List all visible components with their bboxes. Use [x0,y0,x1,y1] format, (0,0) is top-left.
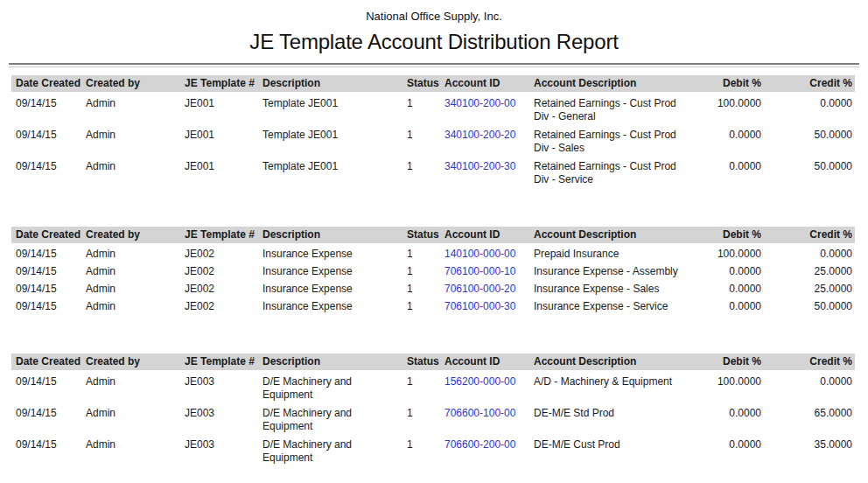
debit-pct-cell: 100.0000 [709,92,764,123]
date-created-cell: 09/14/15 [11,370,86,402]
je-template-cell: JE001 [185,92,262,123]
table-row: 09/14/15AdminJE002Insurance Expense17061… [11,278,855,296]
description-cell: Template JE001 [262,92,407,123]
date-created-cell: 09/14/15 [11,261,86,278]
account-description-cell: Insurance Expense - Service [534,296,709,313]
credit-pct-cell: 35.0000 [764,433,855,465]
description-cell: D/E Machinery and Equipment [262,402,407,433]
account-id-cell: 340100-200-30 [444,155,534,186]
account-id-link[interactable]: 340100-200-30 [444,160,515,172]
account-id-cell: 156200-000-00 [444,370,534,402]
je-template-cell: JE003 [185,433,262,465]
je-template-section-table: Date CreatedCreated byJE Template #Descr… [11,227,855,313]
account-id-cell: 706600-200-00 [444,433,534,465]
title-separator [9,63,859,67]
account-id-cell: 706100-000-10 [444,261,534,278]
je-template-cell: JE002 [185,296,262,313]
description-cell: D/E Machinery and Equipment [262,433,407,465]
table-row: 09/14/15AdminJE002Insurance Expense17061… [11,261,855,278]
status-cell: 1 [407,243,444,261]
table-row: 09/14/15AdminJE001Template JE0011340100-… [11,155,855,186]
debit-pct-cell: 0.0000 [709,123,764,155]
column-header-created-by: Created by [86,227,185,243]
account-id-link[interactable]: 706100-000-30 [444,300,515,312]
date-created-cell: 09/14/15 [11,402,86,433]
date-created-cell: 09/14/15 [11,123,86,155]
status-cell: 1 [407,296,444,313]
column-header-created-by: Created by [86,75,185,92]
column-header-description: Description [262,75,407,92]
account-id-link[interactable]: 156200-000-00 [444,375,515,388]
column-header-status: Status [407,75,444,92]
debit-pct-cell: 0.0000 [709,402,764,433]
account-description-cell: DE-M/E Std Prod [534,402,709,433]
column-header-date-created: Date Created [11,227,86,243]
column-header-je-template: JE Template # [185,354,262,370]
column-header-account-description: Account Description [534,75,709,92]
created-by-cell: Admin [86,123,185,155]
created-by-cell: Admin [86,278,185,296]
column-header-debit-pct: Debit % [709,354,764,370]
column-header-je-template: JE Template # [185,227,262,243]
je-template-cell: JE003 [185,370,262,402]
credit-pct-cell: 50.0000 [764,296,855,313]
column-header-status: Status [407,354,444,370]
credit-pct-cell: 0.0000 [764,92,855,123]
created-by-cell: Admin [86,402,185,433]
created-by-cell: Admin [86,261,185,278]
column-header-debit-pct: Debit % [709,227,764,243]
account-description-cell: A/D - Machinery & Equipment [534,370,709,402]
account-id-link[interactable]: 340100-200-20 [444,129,515,141]
description-cell: Insurance Expense [262,243,407,261]
account-id-cell: 340100-200-20 [444,123,534,155]
column-header-date-created: Date Created [11,75,86,92]
status-cell: 1 [407,155,444,186]
column-header-je-template: JE Template # [185,75,262,92]
table-row: 09/14/15AdminJE001Template JE0011340100-… [11,123,855,155]
column-header-debit-pct: Debit % [709,75,764,92]
column-header-account-id: Account ID [444,227,534,243]
table-header-row: Date CreatedCreated byJE Template #Descr… [11,75,855,92]
column-header-credit-pct: Credit % [764,75,855,92]
date-created-cell: 09/14/15 [11,433,86,465]
account-description-cell: Insurance Expense - Sales [534,278,709,296]
date-created-cell: 09/14/15 [11,296,86,313]
credit-pct-cell: 50.0000 [764,155,855,186]
account-id-link[interactable]: 706100-000-10 [444,265,515,277]
debit-pct-cell: 0.0000 [709,433,764,465]
credit-pct-cell: 65.0000 [764,402,855,433]
account-id-cell: 706600-100-00 [444,402,534,433]
account-id-link[interactable]: 140100-000-00 [444,248,515,260]
account-id-link[interactable]: 706100-000-20 [444,283,515,295]
status-cell: 1 [407,278,444,296]
account-id-cell: 706100-000-30 [444,296,534,313]
created-by-cell: Admin [86,370,185,402]
description-cell: Insurance Expense [262,296,407,313]
status-cell: 1 [407,92,444,123]
column-header-account-id: Account ID [444,75,534,92]
account-id-cell: 706100-000-20 [444,278,534,296]
created-by-cell: Admin [86,155,185,186]
account-description-cell: Insurance Expense - Assembly [534,261,709,278]
je-template-cell: JE001 [185,155,262,186]
credit-pct-cell: 50.0000 [764,123,855,155]
status-cell: 1 [407,402,444,433]
column-header-account-description: Account Description [534,227,709,243]
column-header-row: Date CreatedCreated byJE Template #Descr… [11,354,855,370]
account-id-link[interactable]: 706600-200-00 [444,438,515,451]
je-template-section-table: Date CreatedCreated byJE Template #Descr… [11,354,855,465]
table-row: 09/14/15AdminJE003D/E Machinery and Equi… [11,433,855,465]
je-template-cell: JE002 [185,261,262,278]
account-id-link[interactable]: 340100-200-00 [444,97,515,109]
date-created-cell: 09/14/15 [11,243,86,261]
account-description-cell: Retained Earnings - Cust Prod Div - Serv… [534,155,709,186]
table-row: 09/14/15AdminJE001Template JE0011340100-… [11,92,855,123]
column-header-status: Status [407,227,444,243]
column-header-account-description: Account Description [534,354,709,370]
created-by-cell: Admin [86,243,185,261]
account-id-link[interactable]: 706600-100-00 [444,407,515,419]
status-cell: 1 [407,261,444,278]
credit-pct-cell: 25.0000 [764,261,855,278]
table-row: 09/14/15AdminJE002Insurance Expense17061… [11,296,855,313]
debit-pct-cell: 100.0000 [709,370,764,402]
